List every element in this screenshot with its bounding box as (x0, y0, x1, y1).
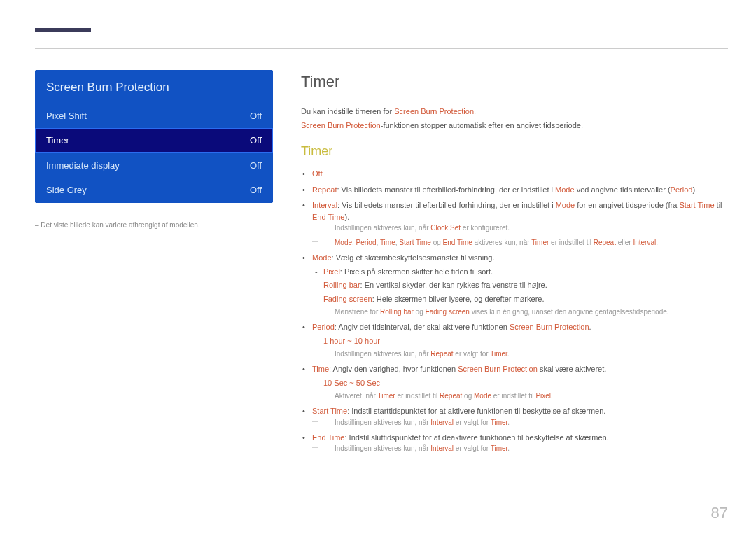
note-pattern-once: Mønstrene for Rolling bar og Fading scre… (312, 307, 728, 317)
panel-row-value: Off (250, 134, 262, 148)
note-period-repeat: Indstillingen aktiveres kun, når Repeat … (312, 349, 728, 359)
panel-row-label: Side Grey (46, 183, 87, 197)
header-rule (35, 48, 728, 49)
option-off: Off (311, 168, 728, 180)
panel-row-label: Timer (46, 134, 69, 148)
option-time: Time: Angiv den varighed, hvor funktione… (311, 363, 728, 401)
mode-fading-screen: Fading screen: Hele skærmen bliver lyser… (323, 293, 728, 305)
panel-footnote: – Det viste billede kan variere afhængig… (35, 220, 273, 230)
mode-pixel: Pixel: Pixels på skærmen skifter hele ti… (323, 266, 728, 278)
panel-row-value: Off (250, 183, 262, 197)
timer-options-list: Off Repeat: Vis billedets mønster til ef… (301, 168, 728, 454)
option-repeat: Repeat: Vis billedets mønster til efterb… (311, 184, 728, 196)
page-number: 87 (711, 501, 728, 524)
panel-row-label: Immediate display (46, 159, 120, 173)
note-time-active: Aktiveret, når Timer er indstillet til R… (312, 391, 728, 401)
note-clockset: Indstillingen aktiveres kun, når Clock S… (312, 223, 728, 233)
settings-panel: Screen Burn Protection Pixel ShiftOffTim… (35, 70, 273, 203)
panel-row-immediate-display[interactable]: Immediate displayOff (35, 153, 273, 178)
panel-title: Screen Burn Protection (35, 70, 273, 104)
note-endtime-interval: Indstillingen aktiveres kun, når Interva… (312, 443, 728, 454)
option-mode: Mode: Vælg et skærmbeskyttelsesmønster t… (311, 252, 728, 317)
period-range: 1 hour ~ 10 hour (323, 335, 728, 347)
option-start-time: Start Time: Indstil starttidspunktet for… (311, 405, 728, 428)
note-starttime-interval: Indstillingen aktiveres kun, når Interva… (312, 417, 728, 428)
option-period: Period: Angiv det tidsinterval, der skal… (311, 321, 728, 359)
panel-row-side-grey[interactable]: Side GreyOff (35, 178, 273, 203)
note-activation: Mode, Period, Time, Start Time og End Ti… (312, 237, 728, 248)
panel-row-timer[interactable]: TimerOff (35, 128, 273, 153)
option-interval: Interval: Vis billedets mønster til efte… (311, 199, 728, 248)
section-heading: Timer (301, 70, 728, 93)
panel-row-label: Pixel Shift (46, 109, 87, 123)
panel-row-value: Off (250, 159, 262, 173)
header-accent (35, 28, 91, 32)
intro-line-2: Screen Burn Protection-funktionen stoppe… (301, 120, 728, 132)
subsection-heading: Timer (301, 142, 728, 161)
panel-row-value: Off (250, 109, 262, 123)
panel-row-pixel-shift[interactable]: Pixel ShiftOff (35, 104, 273, 129)
mode-rolling-bar: Rolling bar: En vertikal skyder, der kan… (323, 279, 728, 291)
intro-line-1: Du kan indstille timeren for Screen Burn… (301, 106, 728, 118)
content-column: Timer Du kan indstille timeren for Scree… (301, 70, 728, 458)
time-range: 10 Sec ~ 50 Sec (323, 377, 728, 389)
option-end-time: End Time: Indstil sluttidspunktet for at… (311, 432, 728, 454)
